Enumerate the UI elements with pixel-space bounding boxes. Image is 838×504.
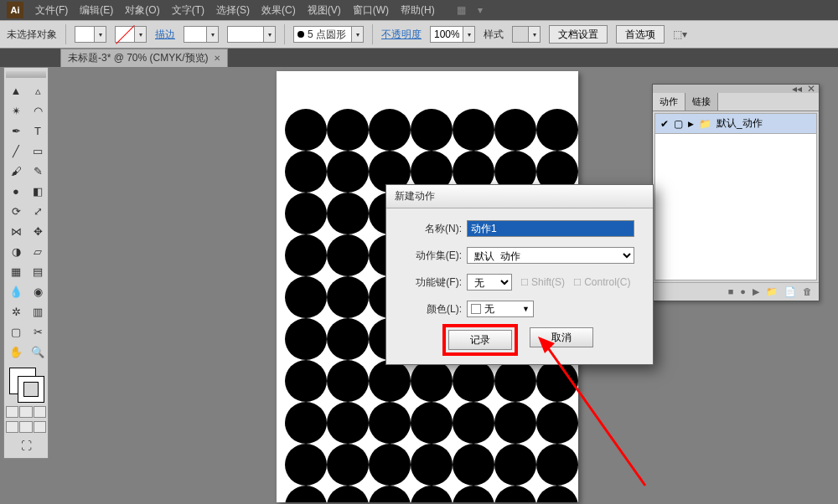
paintbrush-tool[interactable]: 🖌 bbox=[6, 162, 26, 180]
action-name-input[interactable] bbox=[467, 220, 634, 237]
record-icon[interactable]: ● bbox=[740, 286, 746, 297]
type-tool[interactable]: T bbox=[28, 121, 48, 140]
none-mode-icon[interactable] bbox=[34, 406, 46, 418]
align-icon[interactable]: ⬚▾ bbox=[673, 28, 687, 40]
menu-select[interactable]: 选择(S) bbox=[216, 3, 250, 18]
new-action-icon[interactable]: 📄 bbox=[784, 286, 796, 297]
menu-view[interactable]: 视图(V) bbox=[308, 3, 341, 18]
lasso-tool[interactable]: ◠ bbox=[28, 101, 48, 120]
mesh-tool[interactable]: ▦ bbox=[6, 262, 26, 280]
selection-tool[interactable]: ▲ bbox=[6, 81, 26, 100]
scale-tool[interactable]: ⤢ bbox=[28, 202, 48, 220]
menu-help[interactable]: 帮助(H) bbox=[401, 3, 435, 18]
actions-footer: ■ ● ▶ 📁 📄 🗑 bbox=[653, 282, 819, 301]
menu-type[interactable]: 文字(T) bbox=[172, 3, 204, 18]
width-tool[interactable]: ⋈ bbox=[6, 222, 26, 240]
new-set-icon[interactable]: 📁 bbox=[766, 286, 778, 297]
document-tab[interactable]: 未标题-3* @ 70% (CMYK/预览) ✕ bbox=[60, 49, 228, 67]
fill-swatch[interactable] bbox=[75, 26, 95, 43]
opacity-dd[interactable]: ▾ bbox=[463, 26, 475, 43]
stroke-color[interactable] bbox=[18, 376, 44, 403]
fill-dropdown[interactable]: ▾ bbox=[95, 26, 106, 43]
stop-icon[interactable]: ■ bbox=[728, 286, 734, 297]
stroke-link[interactable]: 描边 bbox=[155, 28, 175, 42]
style-dd[interactable]: ▾ bbox=[529, 26, 541, 43]
document-tab-bar: 未标题-3* @ 70% (CMYK/预览) ✕ bbox=[0, 49, 838, 67]
menu-edit[interactable]: 编辑(E) bbox=[80, 3, 113, 18]
color-select[interactable]: 无 ▼ bbox=[467, 301, 534, 317]
function-key-select[interactable]: 无 bbox=[467, 274, 512, 291]
menu-extra2-icon[interactable]: ▾ bbox=[478, 4, 483, 16]
symbol-sprayer-tool[interactable]: ✲ bbox=[6, 302, 26, 321]
menu-object[interactable]: 对象(O) bbox=[125, 3, 159, 18]
delete-icon[interactable]: 🗑 bbox=[803, 286, 812, 297]
control-checkbox: ☐ Control(C) bbox=[573, 276, 630, 288]
style-swatch[interactable] bbox=[512, 26, 529, 43]
expand-icon[interactable]: ▶ bbox=[688, 120, 694, 128]
action-set-select[interactable]: 默认_动作 bbox=[467, 247, 634, 264]
toggle-check-icon[interactable]: ✔ bbox=[660, 118, 669, 130]
close-tab-icon[interactable]: ✕ bbox=[214, 54, 220, 63]
brush-def-dd[interactable]: ▾ bbox=[264, 26, 276, 43]
menu-effect[interactable]: 效果(C) bbox=[261, 3, 296, 18]
pencil-tool[interactable]: ✎ bbox=[28, 162, 48, 180]
selection-status: 未选择对象 bbox=[7, 28, 57, 42]
brush-shape-dd[interactable]: ▾ bbox=[352, 26, 364, 43]
pen-tool[interactable]: ✒ bbox=[6, 121, 26, 140]
stroke-swatch[interactable] bbox=[115, 26, 135, 43]
shape-builder-tool[interactable]: ◑ bbox=[6, 242, 26, 260]
brush-def-swatch[interactable] bbox=[227, 26, 264, 43]
panel-close-icon[interactable]: ✕ bbox=[807, 83, 815, 95]
panel-collapse-icon[interactable]: ◂◂ bbox=[792, 83, 802, 95]
preferences-button[interactable]: 首选项 bbox=[616, 25, 665, 44]
draw-normal-icon[interactable] bbox=[6, 421, 18, 433]
panel-titlebar[interactable]: ◂◂✕ bbox=[653, 85, 819, 93]
menu-file[interactable]: 文件(F) bbox=[35, 3, 68, 18]
gradient-tool[interactable]: ▤ bbox=[28, 262, 48, 280]
tab-actions[interactable]: 动作 bbox=[653, 93, 685, 111]
direct-selection-tool[interactable]: ▵ bbox=[28, 81, 48, 100]
set-label: 动作集(E): bbox=[400, 249, 462, 263]
blob-brush-tool[interactable]: ● bbox=[6, 182, 26, 200]
tools-grip[interactable] bbox=[6, 71, 46, 78]
draw-inside-icon[interactable] bbox=[34, 421, 46, 433]
play-icon[interactable]: ▶ bbox=[753, 286, 759, 297]
record-button[interactable]: 记录 bbox=[448, 330, 512, 350]
draw-behind-icon[interactable] bbox=[19, 421, 32, 433]
stroke-swatch-dropdown[interactable]: ▾ bbox=[135, 26, 147, 43]
menu-window[interactable]: 窗口(W) bbox=[353, 3, 389, 18]
opacity-input[interactable] bbox=[430, 26, 463, 43]
cancel-button[interactable]: 取消 bbox=[530, 327, 593, 347]
blend-tool[interactable]: ◉ bbox=[28, 282, 48, 301]
magic-wand-tool[interactable]: ✴ bbox=[6, 101, 26, 120]
zoom-tool[interactable]: 🔍 bbox=[28, 342, 48, 361]
color-swatches[interactable] bbox=[6, 366, 46, 404]
toggle-dialog-icon[interactable]: ▢ bbox=[674, 118, 683, 130]
action-set-row[interactable]: ✔ ▢ ▶ 📁 默认_动作 bbox=[655, 114, 816, 134]
slice-tool[interactable]: ✂ bbox=[28, 322, 48, 341]
graph-tool[interactable]: ▥ bbox=[28, 302, 48, 321]
artboard-tool[interactable]: ▢ bbox=[6, 322, 26, 341]
brush-shape[interactable]: 5 点圆形 bbox=[308, 28, 346, 42]
gradient-mode-icon[interactable] bbox=[19, 406, 32, 418]
tab-links[interactable]: 链接 bbox=[685, 93, 718, 111]
menu-bar: Ai 文件(F) 编辑(E) 对象(O) 文字(T) 选择(S) 效果(C) 视… bbox=[0, 0, 838, 20]
rotate-tool[interactable]: ⟳ bbox=[6, 202, 26, 220]
hand-tool[interactable]: ✋ bbox=[6, 342, 26, 361]
free-transform-tool[interactable]: ✥ bbox=[28, 222, 48, 240]
eraser-tool[interactable]: ◧ bbox=[28, 182, 48, 200]
actions-list[interactable]: ✔ ▢ ▶ 📁 默认_动作 bbox=[654, 113, 817, 280]
color-mode-row bbox=[6, 406, 46, 418]
rectangle-tool[interactable]: ▭ bbox=[28, 141, 48, 160]
opacity-link[interactable]: 不透明度 bbox=[381, 28, 422, 42]
name-label: 名称(N): bbox=[400, 222, 462, 236]
screen-mode-button[interactable]: ⛶ bbox=[6, 436, 46, 455]
doc-setup-button[interactable]: 文档设置 bbox=[549, 25, 608, 44]
eyedropper-tool[interactable]: 💧 bbox=[6, 282, 26, 301]
perspective-tool[interactable]: ▱ bbox=[28, 242, 48, 260]
stroke-weight-input[interactable] bbox=[184, 26, 207, 43]
normal-mode-icon[interactable] bbox=[6, 406, 18, 418]
line-tool[interactable]: ╱ bbox=[6, 141, 26, 160]
menu-extra-icon[interactable]: ▦ bbox=[457, 4, 466, 16]
stroke-weight-dd[interactable]: ▾ bbox=[207, 26, 219, 43]
